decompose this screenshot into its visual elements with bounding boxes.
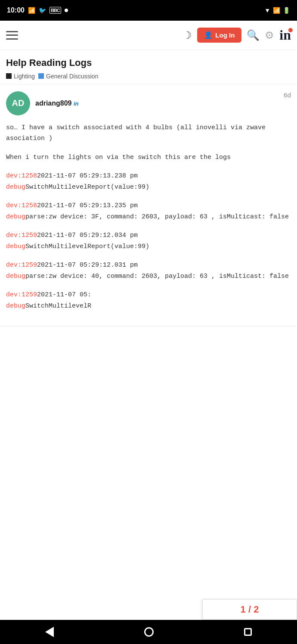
breadcrumbs: Lighting General Discussion [6, 73, 291, 80]
hamburger-line-1 [6, 31, 18, 32]
log-timestamp-1: 2021-11-07 05:29:13.238 pm [37, 172, 138, 180]
log-block-5: dev:12592021-11-07 05: debugSwitchMultil… [6, 289, 291, 311]
log-text-4: parse:zw device: 40, command: 2603, payl… [25, 273, 289, 280]
signal-full-icon: ▼ [264, 7, 270, 14]
page-title: Help Reading Logs [6, 57, 291, 69]
home-button[interactable] [144, 627, 154, 637]
recents-button[interactable] [244, 628, 252, 636]
log-timestamp-5: 2021-11-07 05: [37, 291, 91, 299]
settings-button[interactable]: ⚙ [265, 29, 274, 41]
post-intro: so… I have a switch associated with 4 bu… [6, 122, 291, 144]
post-header-left: AD adriang809 in [6, 91, 79, 115]
hamburger-line-2 [6, 34, 18, 36]
breadcrumb-general-discussion[interactable]: General Discussion [38, 73, 98, 80]
post-time: 6d [284, 91, 291, 99]
post-container: AD adriang809 in 6d so… I have a switch … [0, 84, 297, 327]
breadcrumb-lighting[interactable]: Lighting [6, 73, 35, 80]
pagination-bar[interactable]: 1 / 2 [202, 599, 297, 620]
person-icon: 👤 [204, 31, 213, 39]
log-text-5: SwitchMultilevelR [25, 302, 91, 310]
log-text-1: SwitchMultilevelReport(value:99) [25, 184, 149, 191]
dev-link-4[interactable]: dev:1259 [6, 261, 37, 269]
notification-badge [288, 28, 293, 32]
cellular-icon: 📶 [273, 7, 280, 14]
status-time: 10:00 [7, 6, 25, 14]
log-block-2: dev:12582021-11-07 05:29:13.235 pm debug… [6, 200, 291, 222]
recents-icon [244, 628, 252, 636]
breadcrumb-lighting-label: Lighting [14, 73, 35, 80]
dev-link-5[interactable]: dev:1259 [6, 291, 37, 299]
page-header: Help Reading Logs Lighting General Discu… [0, 50, 297, 84]
menu-icon[interactable] [6, 31, 18, 40]
login-label: Log In [215, 31, 235, 39]
log-debug-3: debug [6, 243, 25, 250]
status-bar-left: 10:00 📶 🐦 BBC [7, 6, 68, 14]
log-timestamp-4: 2021-11-07 05:29:12.031 pm [37, 261, 138, 269]
log-timestamp-2: 2021-11-07 05:29:13.235 pm [37, 202, 138, 209]
logo[interactable]: in [279, 27, 291, 43]
log-text-2: parse:zw device: 3F, command: 2603, payl… [25, 213, 289, 221]
author-badge: in [74, 100, 79, 107]
twitter-icon: 🐦 [39, 7, 46, 14]
search-button[interactable]: 🔍 [247, 29, 260, 41]
pagination-label: 1 / 2 [241, 604, 259, 615]
android-navbar [0, 620, 297, 644]
log-timestamp-3: 2021-11-07 05:29:12.034 pm [37, 232, 138, 239]
battery-icon: 🔋 [283, 7, 290, 14]
post-intro2: When i turn the lights on via the switch… [6, 152, 291, 163]
post-author-name[interactable]: adriang809 [35, 100, 71, 107]
dev-link-3[interactable]: dev:1259 [6, 232, 37, 239]
navbar-left [6, 31, 18, 40]
log-block-1: dev:12582021-11-07 05:29:13.238 pm debug… [6, 171, 291, 193]
news-icon: BBC [50, 7, 61, 14]
back-button[interactable] [45, 627, 54, 637]
navbar: ☽ 👤 Log In 🔍 ⚙ in [0, 21, 297, 50]
dev-link-2[interactable]: dev:1258 [6, 202, 37, 209]
log-block-4: dev:12592021-11-07 05:29:12.031 pm debug… [6, 260, 291, 282]
post-author-info: adriang809 in [35, 100, 79, 107]
status-bar: 10:00 📶 🐦 BBC ▼ 📶 🔋 [0, 0, 297, 21]
dev-link-1[interactable]: dev:1258 [6, 172, 37, 180]
avatar: AD [6, 91, 30, 115]
breadcrumb-general-discussion-label: General Discussion [46, 73, 98, 80]
status-bar-right: ▼ 📶 🔋 [264, 7, 290, 14]
login-button[interactable]: 👤 Log In [197, 28, 241, 43]
home-icon [144, 627, 154, 637]
post-header: AD adriang809 in 6d [6, 91, 291, 115]
dark-mode-icon[interactable]: ☽ [183, 29, 192, 41]
log-debug-4: debug [6, 273, 25, 280]
general-discussion-category-icon [38, 73, 44, 79]
log-debug-1: debug [6, 184, 25, 191]
log-text-3: SwitchMultilevelReport(value:99) [25, 243, 149, 250]
wifi-icon: 📶 [28, 7, 35, 14]
navbar-right: ☽ 👤 Log In 🔍 ⚙ in [183, 27, 291, 43]
lighting-category-icon [6, 73, 12, 79]
back-icon [45, 627, 54, 637]
log-debug-2: debug [6, 213, 25, 221]
hamburger-line-3 [6, 38, 18, 40]
log-debug-5: debug [6, 302, 25, 310]
post-content: so… I have a switch associated with 4 bu… [6, 122, 291, 312]
notification-dot [65, 9, 68, 12]
log-block-3: dev:12592021-11-07 05:29:12.034 pm debug… [6, 230, 291, 252]
